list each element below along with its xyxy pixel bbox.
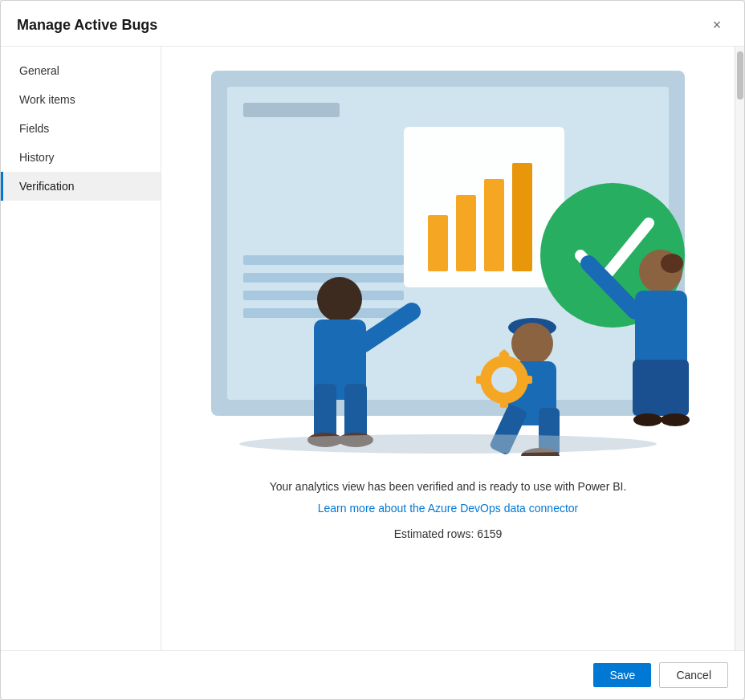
svg-rect-9 [456, 195, 476, 271]
svg-rect-30 [523, 376, 532, 384]
estimated-rows: Estimated rows: 6159 [394, 527, 503, 540]
svg-rect-3 [243, 255, 404, 265]
svg-rect-37 [633, 360, 689, 416]
svg-point-39 [661, 413, 690, 426]
svg-point-35 [661, 254, 683, 273]
sidebar-item-fields[interactable]: Fields [1, 114, 161, 143]
verification-illustration [187, 63, 709, 456]
cancel-button[interactable]: Cancel [659, 662, 728, 688]
svg-rect-10 [484, 179, 504, 271]
dialog-body: General Work items Fields History Verifi… [1, 47, 744, 650]
main-content: Your analytics view has been verified an… [161, 47, 735, 650]
close-button[interactable]: × [706, 14, 728, 36]
svg-rect-4 [243, 273, 404, 283]
svg-rect-16 [344, 384, 367, 440]
sidebar-item-history[interactable]: History [1, 143, 161, 172]
svg-point-41 [239, 434, 657, 454]
svg-point-26 [491, 367, 517, 393]
save-button[interactable]: Save [593, 663, 651, 687]
illustration-container [187, 63, 709, 458]
verification-message: Your analytics view has been verified an… [270, 478, 627, 495]
sidebar-item-work-items[interactable]: Work items [1, 85, 161, 114]
svg-rect-11 [512, 163, 532, 271]
dialog-title: Manage Active Bugs [17, 17, 157, 34]
dialog-header: Manage Active Bugs × [1, 1, 744, 47]
sidebar: General Work items Fields History Verifi… [1, 47, 161, 650]
scrollbar-track[interactable] [735, 47, 744, 650]
svg-rect-2 [243, 103, 340, 117]
svg-rect-29 [476, 376, 486, 384]
sidebar-item-general[interactable]: General [1, 56, 161, 85]
sidebar-item-verification[interactable]: Verification [1, 172, 161, 201]
dialog-footer: Save Cancel [1, 650, 744, 699]
learn-more-link[interactable]: Learn more about the Azure DevOps data c… [318, 502, 579, 515]
svg-point-21 [511, 323, 553, 364]
svg-rect-28 [500, 398, 508, 408]
svg-rect-8 [428, 215, 448, 271]
svg-rect-15 [314, 384, 336, 440]
scrollbar-thumb[interactable] [737, 51, 743, 100]
svg-point-13 [317, 277, 362, 322]
manage-active-bugs-dialog: Manage Active Bugs × General Work items … [0, 0, 745, 700]
svg-point-38 [633, 413, 662, 426]
